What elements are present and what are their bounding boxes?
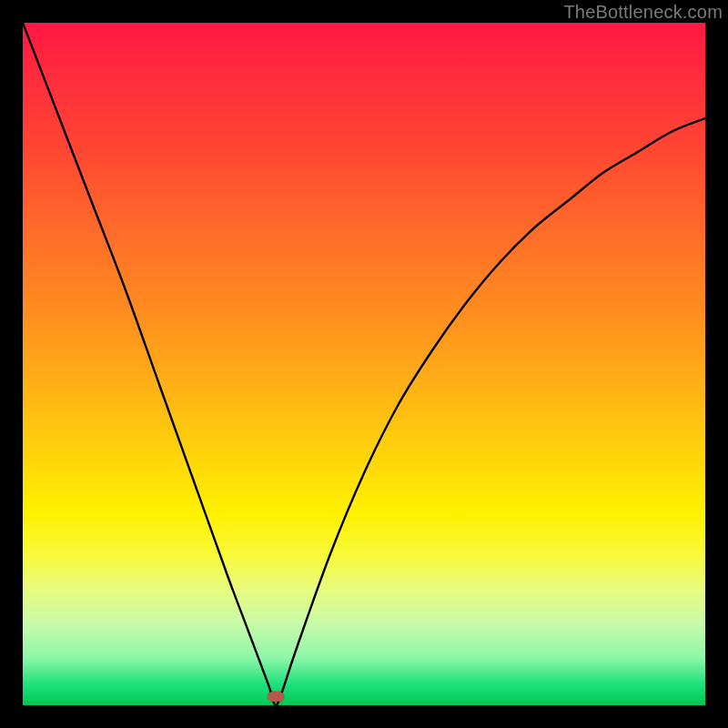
plot-area — [23, 23, 705, 705]
min-point-marker — [268, 692, 284, 702]
watermark-text: TheBottleneck.com — [563, 2, 723, 23]
bottleneck-curve — [23, 23, 705, 705]
curve-svg — [23, 23, 705, 705]
chart-frame: TheBottleneck.com — [0, 0, 728, 728]
